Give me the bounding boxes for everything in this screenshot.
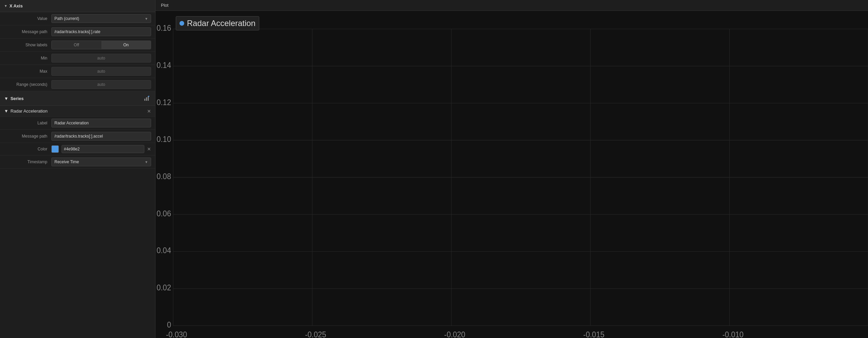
svg-rect-1 [146, 97, 147, 101]
range-input[interactable]: auto [51, 80, 151, 89]
range-row: Range (seconds) auto [0, 78, 155, 91]
color-value-input[interactable]: #4e98e2 [62, 145, 144, 153]
timestamp-arrow-icon: ▼ [145, 160, 148, 164]
timestamp-row: Timestamp Receive Time ▼ [0, 155, 155, 169]
svg-text:-0.025: -0.025 [305, 330, 326, 338]
series-message-path-control[interactable]: /radar/tracks.tracks[:].accel [51, 132, 151, 141]
timestamp-label: Timestamp [4, 160, 51, 164]
toggle-group: Off On [51, 41, 151, 49]
series-label-control[interactable]: Radar Acceleration [51, 119, 151, 127]
show-labels-on-button[interactable]: On [101, 41, 151, 49]
value-select-box[interactable]: Path (current) ▼ [51, 14, 151, 23]
series-label-row: Label Radar Acceleration [0, 117, 155, 130]
svg-text:0.06: 0.06 [156, 209, 171, 218]
svg-text:0.04: 0.04 [156, 246, 171, 255]
max-input[interactable]: auto [51, 67, 151, 76]
radar-acceleration-title-group: ▼ Radar Acceleration [4, 108, 48, 114]
color-clear-button[interactable]: ✕ [147, 146, 151, 152]
svg-text:-0.030: -0.030 [166, 330, 187, 338]
legend-box: Radar Acceleration [176, 16, 259, 30]
series-message-path-input[interactable]: /radar/tracks.tracks[:].accel [51, 132, 151, 141]
max-control[interactable]: auto [51, 67, 151, 76]
color-row: Color #4e98e2 ✕ [0, 143, 155, 155]
svg-text:0: 0 [167, 320, 171, 329]
series-message-path-label: Message path [4, 134, 51, 139]
show-labels-toggle[interactable]: Off On [51, 41, 151, 49]
min-control[interactable]: auto [51, 54, 151, 63]
min-input[interactable]: auto [51, 54, 151, 63]
range-label: Range (seconds) [4, 82, 51, 87]
x-message-path-control[interactable]: /radar/tracks.tracks[:].rate [51, 27, 151, 36]
plot-svg: 0.16 0.14 0.12 0.10 0.08 0.06 0.04 0.02 … [155, 11, 868, 338]
radar-acceleration-subsection-header: ▼ Radar Acceleration ✕ [0, 106, 155, 117]
legend-dot [179, 21, 184, 26]
series-title: Series [10, 96, 24, 101]
value-select-arrow-icon: ▼ [145, 17, 148, 21]
svg-text:0.10: 0.10 [156, 135, 171, 144]
series-label-label: Label [4, 121, 51, 125]
max-label: Max [4, 69, 51, 74]
series-chevron-icon: ▼ [4, 96, 8, 101]
svg-text:-0.020: -0.020 [444, 330, 465, 338]
svg-text:0.08: 0.08 [156, 172, 171, 181]
max-row: Max auto [0, 65, 155, 78]
value-select-text: Path (current) [54, 16, 79, 21]
x-message-path-row: Message path /radar/tracks.tracks[:].rat… [0, 25, 155, 39]
min-row: Min auto [0, 52, 155, 65]
show-labels-row: Show labels Off On [0, 39, 155, 52]
timestamp-control[interactable]: Receive Time ▼ [51, 158, 151, 166]
plot-canvas[interactable]: Radar Acceleration 0.16 0.14 0.12 [155, 11, 868, 338]
plot-area: Plot Radar Acceleration [155, 0, 868, 338]
value-select[interactable]: Path (current) ▼ [51, 14, 151, 23]
timestamp-select-text: Receive Time [54, 160, 79, 164]
show-labels-off-button[interactable]: Off [52, 41, 101, 49]
series-section-header: ▼ Series [0, 91, 155, 106]
min-label: Min [4, 56, 51, 61]
svg-text:0.16: 0.16 [156, 23, 171, 32]
x-axis-section-header[interactable]: ▼ X Axis [0, 0, 155, 12]
left-panel: ▼ X Axis Value Path (current) ▼ Message … [0, 0, 155, 338]
radar-acceleration-title: Radar Acceleration [10, 108, 48, 114]
plot-title: Plot [161, 3, 168, 8]
x-axis-title: X Axis [9, 3, 23, 8]
add-chart-icon [144, 95, 150, 101]
range-control[interactable]: auto [51, 80, 151, 89]
value-row: Value Path (current) ▼ [0, 12, 155, 25]
svg-text:-0.010: -0.010 [722, 330, 744, 338]
x-message-path-label: Message path [4, 29, 51, 34]
series-header-left: ▼ Series [4, 96, 24, 101]
timestamp-select[interactable]: Receive Time ▼ [51, 158, 151, 166]
value-label: Value [4, 16, 51, 21]
svg-text:0.14: 0.14 [156, 61, 171, 70]
series-message-path-row: Message path /radar/tracks.tracks[:].acc… [0, 130, 155, 143]
x-message-path-input[interactable]: /radar/tracks.tracks[:].rate [51, 27, 151, 36]
radar-chevron-icon: ▼ [4, 108, 8, 114]
remove-series-button[interactable]: ✕ [147, 109, 151, 114]
legend-label: Radar Acceleration [187, 19, 256, 28]
svg-text:0.02: 0.02 [156, 283, 171, 292]
show-labels-label: Show labels [4, 43, 51, 47]
add-series-button[interactable] [142, 95, 151, 102]
series-label-input[interactable]: Radar Acceleration [51, 119, 151, 127]
svg-rect-0 [144, 99, 145, 101]
svg-text:0.12: 0.12 [156, 98, 171, 107]
color-label: Color [4, 147, 51, 151]
color-control: #4e98e2 ✕ [51, 145, 151, 153]
svg-text:-0.015: -0.015 [583, 330, 605, 338]
plot-header: Plot [155, 0, 868, 11]
color-swatch[interactable] [51, 145, 59, 153]
x-axis-chevron-icon: ▼ [4, 4, 7, 8]
color-swatch-row: #4e98e2 ✕ [51, 145, 151, 153]
